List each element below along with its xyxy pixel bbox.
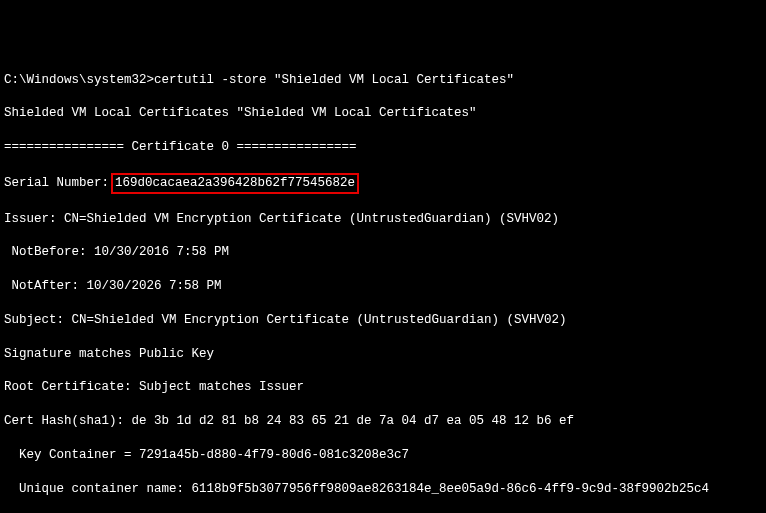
- cert0-certhash: Cert Hash(sha1): de 3b 1d d2 81 b8 24 83…: [4, 413, 762, 430]
- cert0-issuer: Issuer: CN=Shielded VM Encryption Certif…: [4, 211, 762, 228]
- command-text: certutil -store "Shielded VM Local Certi…: [154, 73, 514, 87]
- cert0-notbefore: NotBefore: 10/30/2016 7:58 PM: [4, 244, 762, 261]
- prompt: C:\Windows\system32>: [4, 73, 154, 87]
- cert0-header: ================ Certificate 0 =========…: [4, 139, 762, 156]
- cert0-serial-highlight: 169d0cacaea2a396428b62f77545682e: [111, 173, 359, 194]
- cert0-serial-line: Serial Number:169d0cacaea2a396428b62f775…: [4, 173, 762, 194]
- cert0-keycontainer: Key Container = 7291a45b-d880-4f79-80d6-…: [4, 447, 762, 464]
- cert0-subject: Subject: CN=Shielded VM Encryption Certi…: [4, 312, 762, 329]
- store-header: Shielded VM Local Certificates "Shielded…: [4, 105, 762, 122]
- cert0-uniquecontainer: Unique container name: 6118b9f5b3077956f…: [4, 481, 762, 498]
- cert0-rootcert: Root Certificate: Subject matches Issuer: [4, 379, 762, 396]
- command-line[interactable]: C:\Windows\system32>certutil -store "Shi…: [4, 72, 762, 89]
- serial-label: Serial Number:: [4, 176, 109, 190]
- cert0-notafter: NotAfter: 10/30/2026 7:58 PM: [4, 278, 762, 295]
- cert0-sigmatch: Signature matches Public Key: [4, 346, 762, 363]
